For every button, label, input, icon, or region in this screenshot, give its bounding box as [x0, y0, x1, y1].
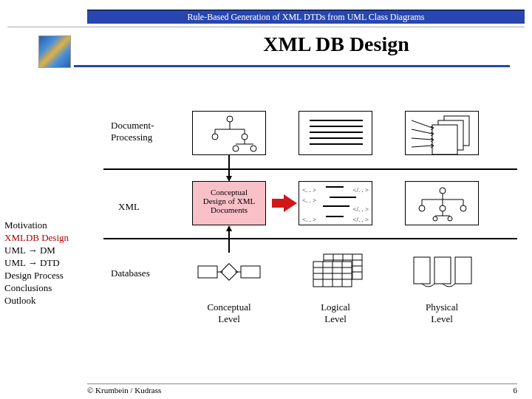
diagram-area: Document- Processing XML Databases	[103, 111, 517, 355]
svg-point-10	[250, 146, 256, 151]
lines-icon	[299, 112, 373, 156]
sidebar-item-uml-dtd: UML → DTD	[4, 256, 87, 269]
arrow-down-icon	[226, 176, 232, 182]
tables-icon	[299, 251, 372, 293]
sidebar-nav: Motivation XMLDB Design UML → DM UML → D…	[4, 219, 87, 307]
tree-small-icon	[406, 182, 480, 226]
red-arrow-icon	[284, 194, 297, 212]
svg-rect-56	[434, 257, 451, 284]
svg-line-22	[412, 146, 432, 147]
row-divider-2	[103, 238, 517, 239]
logo-icon	[38, 35, 71, 68]
arrow-up-icon	[226, 225, 232, 231]
page-title: XML DB Design	[148, 33, 525, 56]
svg-point-30	[440, 205, 446, 211]
svg-point-5	[212, 134, 218, 140]
svg-rect-37	[241, 266, 260, 278]
row-divider-1	[103, 168, 517, 170]
xml-close-tag: </. . >	[352, 205, 369, 213]
svg-rect-18	[432, 125, 457, 154]
cell-xml-logical: <. . > </. . > <. . > </. . > <. . > </.…	[299, 181, 372, 225]
storage-icon	[405, 251, 479, 293]
xml-close-tag: </. . >	[352, 216, 369, 223]
xml-open-tag: <. . >	[302, 186, 316, 194]
svg-point-23	[440, 188, 446, 194]
svg-point-34	[433, 216, 437, 221]
footer-copyright: © Krumbein / Kudrass	[87, 386, 161, 395]
header-bottom-rule	[7, 27, 525, 27]
cell-db-physical	[405, 251, 479, 293]
svg-point-31	[460, 205, 466, 211]
cell-doc-conceptual	[192, 111, 266, 155]
col-label-conceptual: Conceptual Level	[192, 301, 266, 325]
pages-icon	[406, 112, 480, 156]
footer-page-number: 6	[514, 386, 518, 395]
tree-icon	[193, 112, 267, 156]
svg-rect-36	[198, 266, 217, 278]
svg-line-19	[412, 120, 432, 128]
svg-point-6	[242, 134, 248, 140]
header-banner: Rule-Based Generation of XML DTDs from U…	[87, 10, 525, 24]
svg-point-35	[448, 216, 452, 221]
svg-point-29	[419, 205, 425, 211]
sidebar-item-uml-dm: UML → DM	[4, 244, 87, 256]
sidebar-item-outlook: Outlook	[4, 294, 87, 307]
svg-point-9	[233, 146, 239, 151]
cell-xml-physical	[405, 181, 479, 225]
arrow-stem-down	[228, 155, 230, 176]
cell-doc-logical	[299, 111, 372, 155]
cell-doc-physical	[405, 111, 479, 155]
arrow-stem-up	[228, 231, 230, 253]
footer: © Krumbein / Kudrass 6	[87, 383, 517, 395]
svg-point-0	[227, 116, 233, 122]
sidebar-item-design-process: Design Process	[4, 269, 87, 282]
xml-open-tag: <. . >	[302, 197, 316, 204]
red-arrow-stem	[272, 199, 284, 208]
cell-xml-conceptual-highlight: Conceptual Design of XML Documents	[192, 181, 266, 225]
svg-line-21	[412, 138, 432, 140]
sidebar-item-motivation: Motivation	[4, 219, 87, 231]
col-label-logical: Logical Level	[299, 301, 372, 325]
er-icon	[192, 251, 266, 293]
cell-db-conceptual	[192, 251, 266, 293]
svg-rect-57	[455, 257, 471, 284]
title-underline	[74, 65, 510, 67]
svg-rect-55	[414, 257, 430, 284]
row-label-document-processing: Document- Processing	[111, 120, 170, 143]
xml-open-tag: <. . >	[302, 216, 316, 223]
svg-rect-38	[221, 264, 238, 281]
row-label-xml: XML	[118, 201, 177, 213]
sidebar-item-conclusions: Conclusions	[4, 282, 87, 294]
sidebar-item-xmldb-design: XMLDB Design	[4, 231, 87, 244]
col-label-physical: Physical Level	[405, 301, 479, 325]
row-label-databases: Databases	[111, 267, 170, 279]
xml-close-tag: </. . >	[352, 186, 369, 194]
cell-db-logical	[299, 251, 372, 293]
svg-line-20	[412, 129, 432, 134]
